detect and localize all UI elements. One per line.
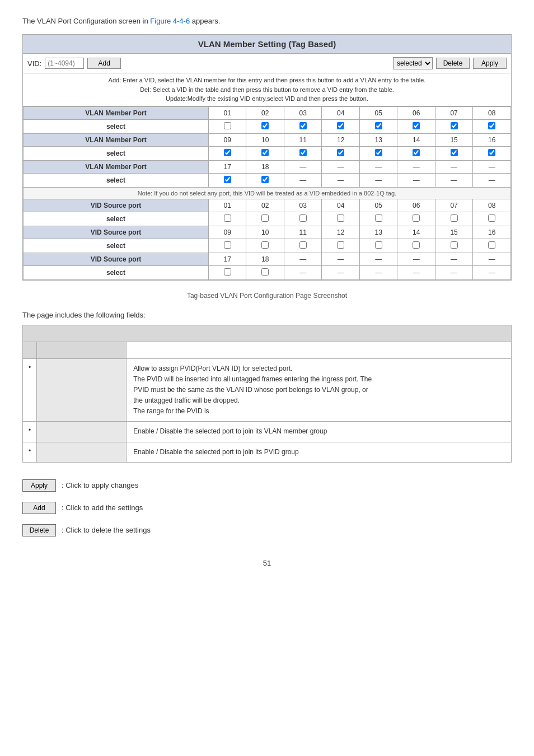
table-row: select — [24, 239, 511, 253]
table-row: VLAN Member Port 17 18 — — — — — — — [24, 160, 511, 173]
list-item: • Allow to assign PVID(Port VLAN ID) for… — [23, 358, 512, 422]
bullet-1: • — [23, 358, 37, 422]
note-text: Note: If you do not select any port, thi… — [24, 187, 511, 199]
intro-text-before: The VLAN Port Configuration screen in — [22, 17, 150, 25]
member-check-1-7[interactable] — [451, 122, 458, 129]
fields-header: The page includes the following fields: — [22, 311, 512, 319]
select-label-1: select — [24, 119, 209, 133]
list-item: • Enable / Disable the selected port to … — [23, 442, 512, 462]
member-check-1-2[interactable] — [261, 122, 269, 129]
add-button[interactable]: Add — [87, 58, 121, 69]
member-check-1-1[interactable] — [224, 122, 231, 129]
member-check-2-7[interactable] — [451, 149, 458, 156]
member-check-2-1[interactable] — [224, 149, 231, 156]
table-title: VLAN Member Setting (Tag Based) — [23, 35, 511, 54]
delete-btn[interactable]: Delete — [22, 524, 56, 536]
vid-check-2-6[interactable] — [413, 241, 420, 249]
vid-check-2-2[interactable] — [261, 241, 269, 249]
field-desc-1: Allow to assign PVID(Port VLAN ID) for s… — [127, 358, 512, 422]
delete-btn-desc: : Click to delete the settings — [62, 526, 151, 534]
table-row: VID Source port 09 10 11 12 13 14 15 16 — [24, 226, 511, 239]
vid-source-port-label-3: VID Source port — [24, 253, 209, 265]
vid-label: VID: — [27, 59, 41, 68]
vlan-instructions: Add: Enter a VID, select the VLAN member… — [23, 73, 511, 106]
member-check-2-6[interactable] — [413, 149, 420, 156]
table-row: select — [24, 212, 511, 226]
add-btn[interactable]: Add — [22, 502, 56, 514]
member-check-1-4[interactable] — [337, 122, 344, 129]
vid-check-3-1[interactable] — [224, 268, 231, 276]
vid-check-1-3[interactable] — [299, 214, 307, 222]
vlan-member-port-label-1: VLAN Member Port — [24, 106, 209, 119]
table-row: select — — — — — — — [24, 265, 511, 279]
member-check-2-8[interactable] — [488, 149, 495, 156]
vid-select-label-2: select — [24, 239, 209, 253]
list-item: • Enable / Disable the selected port to … — [23, 422, 512, 442]
apply-button-row: Apply : Click to apply changes — [22, 479, 512, 492]
vid-check-2-1[interactable] — [224, 241, 231, 249]
field-label-3 — [37, 442, 127, 462]
add-btn-desc: : Click to add the settings — [62, 503, 143, 512]
figure-link[interactable]: Figure 4-4-6 — [150, 17, 190, 25]
intro-text-after: appears. — [190, 17, 220, 25]
select-label-3: select — [24, 173, 209, 187]
member-check-1-6[interactable] — [413, 122, 420, 129]
page-number: 51 — [22, 559, 512, 567]
vid-check-1-1[interactable] — [224, 214, 231, 222]
intro-paragraph: The VLAN Port Configuration screen in Fi… — [22, 17, 512, 25]
vid-check-2-3[interactable] — [299, 241, 307, 249]
vlan-member-port-label-2: VLAN Member Port — [24, 133, 209, 146]
vid-source-port-label-2: VID Source port — [24, 226, 209, 239]
vlan-member-port-label-3: VLAN Member Port — [24, 160, 209, 173]
table-row: VLAN Member Port 09 10 11 12 13 14 15 16 — [24, 133, 511, 146]
delete-button[interactable]: Delete — [436, 58, 470, 69]
member-check-2-2[interactable] — [261, 149, 269, 156]
member-check-2-5[interactable] — [375, 149, 382, 156]
table-row: select — [24, 146, 511, 160]
member-check-3-2[interactable] — [261, 176, 269, 183]
vid-select-label-1: select — [24, 212, 209, 226]
member-check-2-4[interactable] — [337, 149, 344, 156]
member-check-1-5[interactable] — [375, 122, 382, 129]
table-row: VLAN Member Port 01 02 03 04 05 06 07 08 — [24, 106, 511, 119]
bullet-3: • — [23, 442, 37, 462]
vid-check-2-8[interactable] — [488, 241, 495, 249]
field-label-2 — [37, 422, 127, 442]
select-label-2: select — [24, 146, 209, 160]
selected-dropdown[interactable]: selected — [393, 57, 433, 69]
vid-select-label-3: select — [24, 265, 209, 279]
vid-check-1-2[interactable] — [261, 214, 269, 222]
vid-check-2-5[interactable] — [375, 241, 382, 249]
fields-table: • Allow to assign PVID(Port VLAN ID) for… — [22, 325, 512, 463]
member-check-1-3[interactable] — [299, 122, 307, 129]
vid-input[interactable] — [45, 58, 84, 69]
vlan-member-table: VLAN Member Port 01 02 03 04 05 06 07 08… — [23, 106, 511, 280]
field-label-1 — [37, 358, 127, 422]
field-desc-3: Enable / Disable the selected port to jo… — [127, 442, 512, 462]
table-row: select — [24, 119, 511, 133]
table-row: VID Source port 17 18 — — — — — — — [24, 253, 511, 265]
vid-check-1-4[interactable] — [337, 214, 344, 222]
member-check-2-3[interactable] — [299, 149, 307, 156]
vid-check-1-7[interactable] — [451, 214, 458, 222]
apply-btn-desc: : Click to apply changes — [62, 481, 138, 489]
vid-check-1-6[interactable] — [413, 214, 420, 222]
vid-check-3-2[interactable] — [261, 268, 269, 276]
button-section: Apply : Click to apply changes Add : Cli… — [22, 479, 512, 536]
vid-check-1-8[interactable] — [488, 214, 495, 222]
table-row — [23, 325, 512, 342]
note-row: Note: If you do not select any port, thi… — [24, 187, 511, 199]
table-row: select — — — — — — — [24, 173, 511, 187]
apply-button[interactable]: Apply — [473, 58, 507, 69]
add-button-row: Add : Click to add the settings — [22, 502, 512, 514]
vid-check-1-5[interactable] — [375, 214, 382, 222]
bullet-2: • — [23, 422, 37, 442]
member-check-1-8[interactable] — [488, 122, 495, 129]
vid-check-2-4[interactable] — [337, 241, 344, 249]
field-desc-2: Enable / Disable the selected port to jo… — [127, 422, 512, 442]
vlan-controls: VID: Add selected Delete Apply — [23, 54, 511, 73]
member-check-3-1[interactable] — [224, 176, 231, 183]
apply-btn[interactable]: Apply — [22, 479, 56, 492]
vid-check-2-7[interactable] — [451, 241, 458, 249]
table-row — [23, 342, 512, 358]
